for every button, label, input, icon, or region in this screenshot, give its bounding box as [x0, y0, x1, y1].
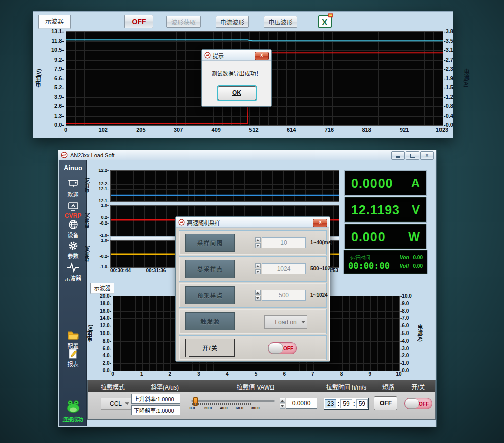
dialog-titlebar[interactable]: 提示 ×	[202, 50, 271, 61]
spinner-arrows[interactable]	[255, 237, 261, 248]
axis-tick: 3.5	[444, 38, 453, 44]
excel-export-icon[interactable]: X	[317, 13, 335, 31]
scope-power-button[interactable]: OFF	[124, 15, 153, 28]
ok-button[interactable]: OK	[218, 86, 256, 100]
power-display: 0.000 W	[345, 224, 426, 249]
axis-tick: 3	[197, 371, 200, 377]
window-titlebar[interactable]: AN23xx Load Soft	[58, 150, 436, 160]
chevron-down-icon	[301, 321, 305, 325]
spinner-arrows[interactable]	[255, 290, 261, 301]
sidebar-item-label: 欢迎	[59, 190, 86, 198]
axis-tick: 16.0	[100, 308, 111, 313]
left-axis-title: 电压(V)	[87, 296, 94, 370]
sidebar-item-oscilloscope[interactable]: 示波器	[59, 262, 86, 282]
dialog-message: 测试数据导出成功！	[202, 69, 271, 77]
short-circuit-button[interactable]: OFF	[374, 396, 397, 410]
maximize-icon[interactable]	[406, 151, 419, 160]
axis-tick: -1.0	[99, 264, 109, 269]
right-axis-title: 电流(A)	[462, 31, 470, 125]
svg-text:X: X	[322, 17, 328, 27]
load-time-input[interactable]: 23 59 59	[324, 398, 369, 410]
sampling-onoff-toggle[interactable]: OFF	[268, 342, 297, 354]
right-axis: 10.09.08.07.06.05.04.03.02.01.00.0	[400, 296, 416, 370]
tab-oscilloscope[interactable]: 示波器	[38, 15, 71, 29]
axis-tick: 9.0	[400, 300, 409, 306]
sidebar-item-cvrp[interactable]: CVRP	[59, 201, 86, 219]
sampling-row-interval: 采样间隔 10 1~40(ms)	[179, 230, 327, 255]
sidebar-item-label: 报表	[59, 360, 86, 368]
total-points-input[interactable]: 1024	[262, 263, 306, 274]
connection-status[interactable]: 连接成功	[59, 399, 86, 423]
sidebar-item-config[interactable]: 配置	[59, 330, 86, 350]
export-success-dialog: 提示 × 测试数据导出成功！ OK	[201, 49, 272, 107]
axis-tick: 1.2	[444, 94, 453, 100]
voltage-trace	[66, 40, 443, 41]
load-onoff-toggle[interactable]: OFF	[404, 398, 432, 409]
header-load-time: 拉载时间 h/m/s	[326, 382, 367, 391]
axis-tick: 0.0	[103, 368, 111, 373]
close-icon[interactable]: ×	[420, 151, 434, 160]
minimize-icon[interactable]	[391, 151, 405, 160]
current-waveform-button[interactable]: 电流波形	[216, 16, 249, 28]
sidebar-item-device[interactable]: 设备	[59, 219, 86, 239]
rise-slope-input[interactable]: 上升斜率:1.0000	[131, 394, 180, 404]
axis-tick: 1.0	[101, 203, 109, 208]
axis-tick: 3.8	[444, 28, 453, 34]
load-value-spinner[interactable]	[280, 398, 285, 409]
axis-tick: 18.0	[100, 300, 111, 306]
field-label: 采样间隔	[185, 234, 235, 252]
interval-input[interactable]: 10	[262, 237, 306, 248]
axis-tick: 1	[140, 371, 143, 377]
axis-tick: 921	[400, 127, 409, 133]
axis-tick: 512	[249, 127, 258, 133]
axis-tick: 0.4	[444, 113, 453, 119]
axis-tick: 307	[174, 127, 183, 133]
close-icon[interactable]: ×	[255, 52, 269, 60]
left-axis: 1.0-0.2-1.0	[91, 240, 109, 267]
hours-field[interactable]: 23	[325, 399, 336, 408]
tab-oscilloscope[interactable]: 示波器	[90, 283, 114, 294]
load-mode-select[interactable]: CCL	[101, 398, 131, 410]
left-axis: 1.00.2-0.2-1.0	[91, 205, 109, 235]
von-row: Von0.00	[400, 255, 423, 260]
minutes-field[interactable]: 59	[340, 399, 352, 408]
app-logo-icon	[204, 52, 211, 59]
field-label: 开/关	[185, 339, 235, 357]
cvrp-monitor-icon	[59, 201, 86, 212]
time-tick: 00:31:36	[146, 268, 166, 273]
dialog-titlebar[interactable]: 高速随机采样 ×	[176, 217, 329, 228]
sidebar-item-report[interactable]: 报表	[59, 348, 86, 368]
axis-tick: 2.6	[54, 103, 64, 109]
axis-tick: 4	[226, 371, 229, 377]
x-axis: 012345678910	[113, 371, 399, 378]
sidebar-item-parameters[interactable]: 参数	[59, 240, 86, 260]
axis-tick: 4.0	[400, 338, 409, 343]
voltage-unit: V	[412, 203, 420, 217]
sidebar-item-label: 示波器	[59, 274, 86, 282]
sidebar-item-welcome[interactable]: 欢迎	[59, 179, 86, 198]
axis-tick: 4.0	[103, 353, 111, 358]
axis-tick: 12.2	[98, 181, 109, 186]
desktop: 示波器 OFF 波形获取 电流波形 电压波形 X 电压(V) 13.111.81…	[0, 0, 504, 443]
seconds-field[interactable]: 59	[356, 399, 368, 408]
gear-icon	[59, 240, 86, 251]
power-value: 0.000	[351, 229, 386, 244]
trigger-source-select[interactable]: Load on	[264, 315, 307, 329]
sampling-row-onoff: 开/关 OFF	[179, 335, 327, 360]
voff-row: Voff0.00	[400, 263, 423, 269]
current-value: 0.0000	[351, 176, 393, 190]
load-value-input[interactable]: 0.0000	[286, 398, 317, 409]
axis-tick: 7	[311, 371, 314, 377]
fall-slope-input[interactable]: 下降斜率:1.0000	[131, 405, 180, 415]
welcome-screen-icon	[59, 179, 86, 190]
close-icon[interactable]: ×	[313, 219, 327, 227]
sampling-row-pre-points: 预采样点 500 1~1024	[179, 283, 327, 308]
left-axis: 12.212.212.112.1	[91, 170, 109, 201]
x-axis: 01022053074095126147168189211023	[66, 127, 442, 134]
pre-points-input[interactable]: 500	[262, 290, 306, 301]
spinner-arrows[interactable]	[255, 263, 261, 274]
waveform-acquire-button[interactable]: 波形获取	[166, 16, 201, 28]
dialog-title: 高速随机采样	[187, 218, 220, 227]
sidebar-item-label: 参数	[59, 252, 86, 260]
voltage-waveform-button[interactable]: 电压波形	[264, 16, 297, 28]
